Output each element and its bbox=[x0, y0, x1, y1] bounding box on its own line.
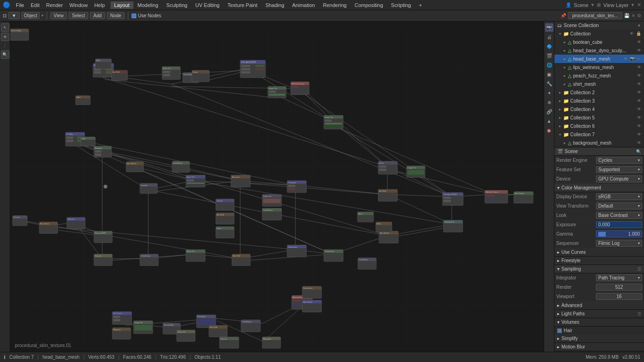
close-material-icon[interactable]: ✕ bbox=[631, 13, 635, 18]
outliner-collection-5[interactable]: ▸ 📁 Collection 5 👁 bbox=[554, 113, 644, 122]
material-icon-btn[interactable]: ◉ bbox=[545, 126, 553, 134]
advanced-toggle[interactable]: ▸ Advanced bbox=[554, 301, 644, 310]
view-btn[interactable]: View bbox=[50, 12, 67, 19]
outliner-collection[interactable]: ▾ 📁 Collection 👁 🔒 bbox=[554, 29, 644, 38]
motion-blur-toggle[interactable]: ▸ Motion Blur bbox=[554, 343, 644, 351]
light-paths-list-icon[interactable]: ☰ bbox=[637, 312, 641, 316]
item-eye-icon[interactable]: 👁 bbox=[637, 82, 641, 86]
eye-icon[interactable]: 👁 bbox=[637, 90, 641, 95]
eye-icon[interactable]: 👁 bbox=[630, 31, 634, 36]
object-btn[interactable]: Object bbox=[21, 12, 40, 19]
outliner-item-boolean-cube[interactable]: ▸ △ boolean_cube 👁 bbox=[554, 38, 644, 46]
menu-window[interactable]: Window bbox=[67, 1, 91, 9]
tab-compositing[interactable]: Compositing bbox=[351, 1, 387, 9]
tab-animation[interactable]: Animation bbox=[288, 1, 319, 9]
scene-selector[interactable]: Scene bbox=[574, 2, 588, 8]
tab-scripting[interactable]: Scripting bbox=[387, 1, 415, 9]
item-eye-icon[interactable]: 👁 bbox=[637, 73, 641, 78]
hair-checkbox[interactable] bbox=[557, 328, 562, 333]
eye-icon[interactable]: 👁 bbox=[637, 132, 641, 137]
item-eye-icon[interactable]: 👁 bbox=[623, 56, 628, 61]
close-icon[interactable]: ✕ bbox=[637, 2, 641, 8]
select-btn[interactable]: Select bbox=[69, 12, 88, 19]
tab-layout[interactable]: Layout bbox=[111, 1, 133, 9]
constraints-icon-btn[interactable]: 🔗 bbox=[545, 107, 553, 116]
move-tool-btn[interactable]: ✛ bbox=[1, 33, 9, 41]
world-icon-btn[interactable]: 🌐 bbox=[545, 61, 553, 69]
outliner-item-peach[interactable]: ▸ △ peach_fuzz_mesh 👁 bbox=[554, 71, 644, 80]
tab-add[interactable]: + bbox=[415, 1, 426, 9]
light-paths-toggle[interactable]: ▸ Light Paths ☰ bbox=[554, 310, 644, 318]
object-icon-btn[interactable]: ▣ bbox=[545, 70, 553, 78]
tab-modeling[interactable]: Modeling bbox=[134, 1, 162, 9]
simplify-toggle[interactable]: ▸ Simplify bbox=[554, 334, 644, 343]
outliner-collection-4[interactable]: ▸ 📁 Collection 4 👁 bbox=[554, 105, 644, 113]
integrator-dropdown[interactable]: Path Tracing ▾ bbox=[596, 274, 642, 281]
volumes-toggle[interactable]: ▾ Volumes bbox=[554, 318, 644, 327]
outliner-collection-6[interactable]: ▸ 📁 Collection 6 👁 bbox=[554, 122, 644, 130]
exposure-field[interactable]: 0.000 bbox=[596, 221, 642, 228]
outliner-item-head-dyno[interactable]: ▸ △ head_base_dyno_sculp... 👁 bbox=[554, 46, 644, 55]
eye-icon[interactable]: 👁 bbox=[637, 124, 641, 128]
viewport-samples-field[interactable]: 16 bbox=[596, 293, 642, 300]
menu-render[interactable]: Render bbox=[43, 1, 66, 9]
look-dropdown[interactable]: Base Contrast ▾ bbox=[596, 212, 642, 219]
save-icon[interactable]: 💾 bbox=[624, 13, 630, 18]
add-btn[interactable]: Add bbox=[90, 12, 105, 19]
tab-uv-editing[interactable]: UV Editing bbox=[191, 1, 223, 9]
render-eye-icon[interactable]: 📷 bbox=[630, 56, 635, 61]
pin-icon[interactable]: 📌 bbox=[560, 13, 566, 18]
tab-sculpting[interactable]: Sculpting bbox=[162, 1, 191, 9]
view-layer-selector[interactable]: View Layer bbox=[603, 2, 629, 8]
use-curves-toggle[interactable]: ▸ Use Curves bbox=[554, 248, 644, 257]
render-samples-field[interactable]: 512 bbox=[596, 284, 642, 291]
gamma-field[interactable]: 1.000 bbox=[596, 230, 642, 237]
zoom-tool-btn[interactable]: 🔍 bbox=[1, 50, 9, 59]
edit-icon[interactable]: ✏ bbox=[637, 56, 641, 61]
freestyle-toggle[interactable]: ▸ Freestyle bbox=[554, 257, 644, 265]
tab-shading[interactable]: Shading bbox=[262, 1, 288, 9]
outliner-item-background[interactable]: ▸ △ background_mesh 👁 bbox=[554, 139, 644, 147]
eye-icon[interactable]: 👁 bbox=[637, 98, 641, 103]
item-eye-icon[interactable]: 👁 bbox=[637, 140, 641, 145]
modifiers-icon-btn[interactable]: 🔧 bbox=[545, 79, 553, 88]
outliner-collection-2[interactable]: ▸ 📁 Collection 2 👁 bbox=[554, 88, 644, 97]
tab-rendering[interactable]: Rendering bbox=[319, 1, 350, 9]
hide-icon[interactable]: 🔒 bbox=[636, 31, 641, 36]
outliner-item-shirt[interactable]: ▸ △ shirt_mesh 👁 bbox=[554, 80, 644, 88]
outliner-item-lips[interactable]: ▸ △ lips_wetness_mesh 👁 bbox=[554, 63, 644, 71]
tab-texture-paint[interactable]: Texture Paint bbox=[224, 1, 261, 9]
physics-icon-btn[interactable]: ⊕ bbox=[545, 98, 553, 106]
view-layer-icon-btn[interactable]: 🔷 bbox=[545, 42, 553, 50]
view-menu-btn[interactable]: ▼ bbox=[8, 12, 20, 19]
select-tool-btn[interactable]: ↖ bbox=[1, 23, 9, 32]
view-transform-dropdown[interactable]: Default ▾ bbox=[596, 202, 642, 209]
sequencer-dropdown[interactable]: Filmic Log ▾ bbox=[596, 240, 642, 247]
sampling-toggle[interactable]: ▾ Sampling ☰ bbox=[554, 265, 644, 273]
feature-set-dropdown[interactable]: Supported ▾ bbox=[596, 166, 642, 173]
item-eye-icon[interactable]: 👁 bbox=[637, 48, 641, 53]
outliner-item-head-base-mesh[interactable]: ▸ △ head_base_mesh 👁 📷 ✏ bbox=[554, 55, 644, 63]
outliner-filter-icon[interactable]: ▼ bbox=[637, 23, 641, 28]
device-dropdown[interactable]: GPU Compute ▾ bbox=[596, 175, 642, 182]
item-eye-icon[interactable]: 👁 bbox=[637, 40, 641, 44]
menu-edit[interactable]: Edit bbox=[28, 1, 42, 9]
scene-icon-btn[interactable]: 🎬 bbox=[545, 51, 553, 60]
node-editor[interactable]: Tex Coord Math Mix RGB bbox=[10, 21, 544, 352]
eye-icon[interactable]: 👁 bbox=[637, 107, 641, 111]
film-toggle[interactable]: ▸ Film bbox=[554, 351, 644, 352]
display-device-dropdown[interactable]: sRGB ▾ bbox=[596, 193, 642, 200]
eye-icon[interactable]: 👁 bbox=[637, 115, 641, 120]
color-management-toggle[interactable]: ▾ Color Management bbox=[554, 184, 644, 192]
use-nodes-checkbox[interactable] bbox=[132, 14, 136, 18]
output-icon[interactable]: 🖨 bbox=[545, 33, 553, 41]
sampling-list-icon[interactable]: ☰ bbox=[637, 267, 641, 272]
search-icon[interactable]: 🔍 bbox=[636, 149, 641, 154]
render-engine-dropdown[interactable]: Cycles ▾ bbox=[596, 157, 642, 164]
node-btn[interactable]: Node bbox=[107, 12, 125, 19]
outliner-collection-3[interactable]: ▸ 📁 Collection 3 👁 bbox=[554, 97, 644, 105]
item-eye-icon[interactable]: 👁 bbox=[637, 65, 641, 70]
scene-props-header[interactable]: 🎬 Scene 🔍 bbox=[554, 147, 644, 156]
menu-help[interactable]: Help bbox=[91, 1, 108, 9]
particles-icon-btn[interactable]: ✦ bbox=[545, 89, 553, 97]
